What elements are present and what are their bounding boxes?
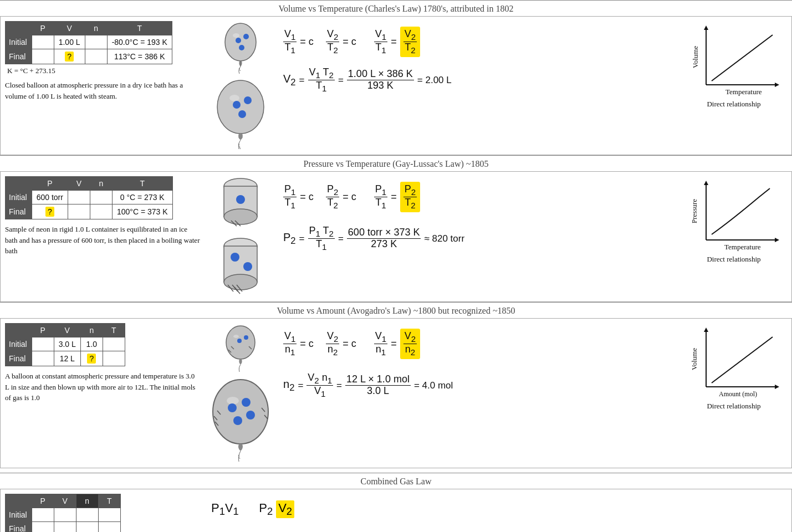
svg-point-52 — [227, 397, 239, 405]
av-graph: Volume Amount (mol) Direct relationship — [687, 323, 781, 411]
svg-marker-67 — [775, 385, 779, 389]
svg-point-55 — [233, 416, 242, 425]
gl-formula-top: P1 T1 = c P2 T2 = c P1 T1 = — [283, 182, 670, 212]
svg-line-7 — [239, 70, 241, 71]
gl-P-final: ? — [32, 204, 68, 219]
svg-marker-18 — [704, 25, 708, 30]
gl-th-V: V — [68, 177, 90, 191]
gl-P-final-highlight: ? — [45, 207, 54, 217]
svg-point-56 — [246, 411, 255, 420]
av-th-empty — [6, 324, 32, 337]
av-calc: 12 L × 1.0 mol 3.0 L — [345, 374, 411, 397]
gay-lussac-section-title: Pressure vs Temperature (Gay-Lussac's La… — [0, 155, 792, 171]
svg-point-25 — [224, 209, 257, 224]
charles-k-note: K = °C + 273.15 — [7, 66, 200, 75]
charles-formula-bottom: V2 = V1 T2 T1 = 1.00 L × 386 K 193 K = 2… — [283, 67, 670, 93]
gl-label-final: Final — [6, 204, 32, 219]
charles-graph-label: Direct relationship — [707, 100, 760, 109]
combined-formula-col: P1V1 P2 V2 — [205, 494, 787, 524]
gl-n-initial — [90, 191, 112, 204]
av-T-initial — [103, 337, 125, 351]
av-P-final — [32, 351, 54, 366]
svg-point-31 — [224, 274, 257, 290]
charles-calc: 1.00 L × 386 K 193 K — [347, 69, 414, 91]
gl-th-P: P — [32, 177, 68, 191]
avogadro-left-col: P V n T Initial 3.0 L 1.0 Final — [5, 323, 205, 403]
charles-left-col: P V n T Initial 1.00 L -80.0°C = 193 K F… — [5, 21, 205, 101]
charles-graph-col: Volume Temperature Direct relationship — [676, 21, 787, 109]
svg-text:Volume: Volume — [691, 46, 699, 68]
av-V-initial: 3.0 L — [54, 337, 80, 351]
gay-lussac-section: P V n T Initial 600 torr 0 °C = 273 K Fi… — [0, 171, 792, 302]
charles-P-final — [32, 49, 54, 64]
gl-th-n: n — [90, 177, 112, 191]
gl-p2-t2-highlight: P2 T2 — [400, 182, 420, 212]
charles-formula-top: V1 T1 = c V2 T2 = c V1 T1 = — [283, 27, 670, 57]
avogadro-balloon-large — [207, 377, 274, 463]
av-th-P: P — [32, 324, 54, 337]
svg-point-2 — [236, 38, 241, 43]
charles-n-initial — [85, 35, 107, 49]
gl-calc: 600 torr × 373 K 273 K — [347, 227, 421, 250]
combined-V2-highlight: V2 — [276, 500, 294, 518]
svg-text:Amount (mol): Amount (mol) — [719, 390, 757, 398]
avogadro-formula-col: V1 n1 = c V2 n2 = c V1 n1 = — [277, 323, 676, 404]
gl-formula-bottom: P2 = P1 T2 T1 = 600 torr × 373 K 273 K ≈… — [283, 226, 670, 252]
svg-point-45 — [233, 335, 239, 338]
avogadro-balloon-col — [205, 323, 277, 463]
charles-section: P V n T Initial 1.00 L -80.0°C = 193 K F… — [0, 16, 792, 155]
gay-lussac-left-col: P V n T Initial 600 torr 0 °C = 273 K Fi… — [5, 176, 205, 257]
svg-marker-19 — [775, 83, 779, 87]
charles-balloon-small — [218, 21, 263, 74]
combined-formula: P1V1 P2 V2 — [211, 500, 780, 518]
svg-point-12 — [238, 110, 246, 118]
charles-graph-svg: Volume Temperature — [687, 21, 781, 99]
svg-point-3 — [243, 34, 249, 39]
svg-point-8 — [217, 80, 264, 134]
comb-th-V: V — [54, 494, 76, 508]
charles-V-final-highlight: ? — [65, 52, 74, 62]
svg-text:Temperature: Temperature — [724, 243, 761, 251]
comb-T-final — [98, 522, 120, 533]
gl-p1t2-t1: P1 T2 T1 — [308, 226, 335, 252]
page: Volume vs Temperature (Charles's Law) 17… — [0, 0, 792, 532]
gl-T-final: 100°C = 373 K — [112, 204, 172, 219]
av-n-final-highlight: ? — [87, 354, 96, 364]
gl-description: Sample of neon in rigid 1.0 L container … — [5, 224, 200, 257]
av-label-final: Final — [6, 351, 32, 366]
svg-point-9 — [229, 95, 239, 101]
charles-label-initial: Initial — [6, 35, 32, 49]
charles-row-final: Final ? 113°C = 386 K — [6, 49, 172, 64]
charles-table: P V n T Initial 1.00 L -80.0°C = 193 K F… — [5, 21, 172, 64]
svg-point-32 — [231, 253, 239, 262]
svg-marker-40 — [704, 181, 708, 185]
gl-P-initial: 600 torr — [32, 191, 68, 204]
charles-v1-t1-b: V1 T1 — [374, 29, 387, 55]
svg-line-15 — [239, 147, 241, 149]
av-formula-bottom: n2 = V2 n1 V1 = 12 L × 1.0 mol 3.0 L = 4… — [283, 372, 670, 398]
svg-point-10 — [233, 101, 241, 109]
charles-th-T: T — [107, 22, 172, 35]
comb-label-initial: Initial — [6, 508, 32, 522]
av-v2-n2: V2 n2 — [326, 331, 339, 357]
av-T-final — [103, 351, 125, 366]
charles-V-final: ? — [54, 49, 85, 64]
gl-graph: Pressure Temperature Direct relationship — [687, 176, 781, 264]
gl-formula-col: P1 T1 = c P2 T2 = c P1 T1 = — [277, 176, 676, 257]
charles-label-final: Final — [6, 49, 32, 64]
combined-table: P V n T Initial Final — [5, 494, 121, 532]
comb-row-initial: Initial — [6, 508, 121, 522]
gl-cylinder-bottom — [216, 236, 265, 297]
charles-row-initial: Initial 1.00 L -80.0°C = 193 K — [6, 35, 172, 49]
charles-th-n: n — [85, 22, 107, 35]
svg-text:Volume: Volume — [690, 348, 698, 370]
gl-p1-t1-b: P1 T1 — [374, 184, 387, 210]
avogadro-table: P V n T Initial 3.0 L 1.0 Final — [5, 323, 125, 366]
combined-section-title: Combined Gas Law — [0, 473, 792, 489]
av-row-initial: Initial 3.0 L 1.0 — [6, 337, 125, 351]
charles-T-final: 113°C = 386 K — [107, 49, 172, 64]
av-row-final: Final 12 L ? — [6, 351, 125, 366]
gl-graph-col: Pressure Temperature Direct relationship — [676, 176, 787, 264]
av-formula-top: V1 n1 = c V2 n2 = c V1 n1 = — [283, 329, 670, 359]
gl-p2-t2: P2 T2 — [326, 184, 339, 210]
